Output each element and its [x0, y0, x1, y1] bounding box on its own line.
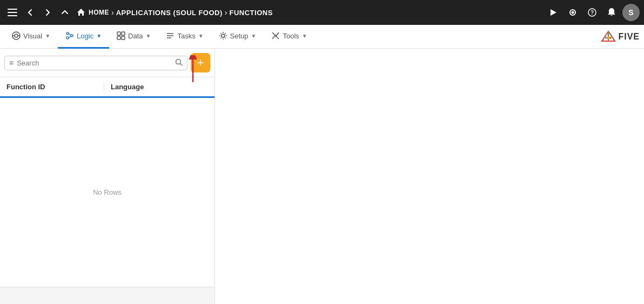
- left-panel-footer: [0, 287, 214, 304]
- home-icon: [77, 8, 85, 18]
- notification-icon[interactable]: [603, 4, 620, 21]
- table-header: Function ID Language: [0, 77, 214, 98]
- hamburger-menu-icon[interactable]: [4, 5, 21, 19]
- svg-line-16: [69, 36, 71, 38]
- svg-point-13: [71, 35, 73, 37]
- menu-item-tasks[interactable]: Tasks ▼: [158, 25, 211, 49]
- breadcrumb-section[interactable]: FUNCTIONS: [229, 9, 272, 17]
- left-panel: ≡ + Function ID Language No Rows: [0, 49, 215, 304]
- table-body: No Rows: [0, 98, 214, 287]
- breadcrumb-home[interactable]: HOME: [89, 9, 109, 16]
- search-icon: [175, 58, 183, 68]
- play-icon[interactable]: [545, 4, 562, 21]
- help-icon[interactable]: ?: [583, 4, 601, 21]
- five-logo: FIVE: [601, 30, 640, 43]
- menu-label-tools: Tools: [283, 32, 299, 40]
- menu-label-data: Data: [128, 32, 143, 40]
- chevron-visual: ▼: [45, 33, 50, 39]
- top-nav: HOME › APPLICATIONS (SOUL FOOD) › FUNCTI…: [0, 0, 644, 25]
- up-icon[interactable]: [57, 5, 72, 20]
- add-button-label: +: [197, 57, 204, 69]
- svg-rect-19: [117, 36, 120, 39]
- forward-icon[interactable]: [40, 5, 55, 20]
- setup-icon: [219, 31, 227, 40]
- add-button[interactable]: +: [191, 53, 210, 72]
- menu-item-visual[interactable]: Visual ▼: [4, 25, 58, 49]
- svg-text:?: ?: [591, 10, 594, 16]
- menu-item-tools[interactable]: Tools ▼: [264, 25, 314, 49]
- menu-label-logic: Logic: [77, 32, 93, 40]
- chevron-setup: ▼: [251, 33, 257, 39]
- menu-item-setup[interactable]: Setup ▼: [211, 25, 264, 49]
- menu-label-visual: Visual: [23, 32, 42, 40]
- five-logo-icon: [601, 30, 616, 43]
- svg-marker-3: [551, 9, 556, 16]
- record-icon[interactable]: [564, 4, 581, 21]
- tasks-icon: [166, 31, 175, 40]
- search-input-container: ≡: [4, 56, 187, 70]
- breadcrumb-app[interactable]: APPLICATIONS (SOUL FOOD): [116, 9, 223, 17]
- menu-item-data[interactable]: Data ▼: [109, 25, 158, 49]
- back-icon[interactable]: [23, 5, 38, 20]
- logic-icon: [65, 31, 74, 40]
- nav-right: ? S: [545, 4, 640, 21]
- menu-item-logic[interactable]: Logic ▼: [58, 25, 109, 49]
- visual-icon: [12, 31, 21, 40]
- svg-point-5: [572, 11, 574, 14]
- menu-label-tasks: Tasks: [177, 32, 195, 40]
- breadcrumb-sep-2: ›: [225, 8, 227, 17]
- main-content: ≡ + Function ID Language No Rows: [0, 49, 644, 304]
- column-function-id: Function ID: [6, 83, 104, 91]
- svg-point-12: [66, 32, 69, 35]
- column-language: Language: [104, 83, 208, 91]
- svg-point-9: [15, 34, 18, 37]
- menu-label-setup: Setup: [230, 32, 249, 40]
- five-logo-text: FIVE: [618, 32, 640, 42]
- svg-rect-0: [8, 9, 17, 10]
- chevron-logic: ▼: [96, 33, 102, 39]
- menu-bar: Visual ▼ Logic ▼ Data ▼: [0, 25, 644, 49]
- svg-point-24: [222, 34, 225, 37]
- svg-rect-1: [8, 12, 17, 13]
- menu-items: Visual ▼ Logic ▼ Data ▼: [4, 25, 315, 49]
- right-panel: [215, 49, 644, 304]
- data-icon: [117, 31, 125, 40]
- chevron-data: ▼: [146, 33, 151, 39]
- breadcrumb: HOME › APPLICATIONS (SOUL FOOD) › FUNCTI…: [77, 8, 542, 18]
- svg-rect-20: [122, 36, 125, 39]
- svg-rect-2: [8, 15, 17, 16]
- chevron-tools: ▼: [302, 33, 307, 39]
- search-input[interactable]: [17, 59, 172, 67]
- breadcrumb-sep-1: ›: [111, 8, 114, 17]
- empty-message: No Rows: [93, 188, 122, 196]
- user-avatar[interactable]: S: [622, 4, 640, 21]
- svg-point-14: [66, 37, 69, 39]
- tools-icon: [271, 31, 280, 40]
- svg-point-31: [607, 36, 610, 39]
- svg-line-33: [180, 63, 183, 65]
- chevron-tasks: ▼: [198, 33, 204, 39]
- filter-icon: ≡: [9, 58, 14, 67]
- svg-line-15: [69, 34, 71, 35]
- search-bar: ≡ +: [0, 49, 214, 77]
- svg-rect-17: [117, 32, 120, 35]
- svg-rect-18: [122, 32, 125, 35]
